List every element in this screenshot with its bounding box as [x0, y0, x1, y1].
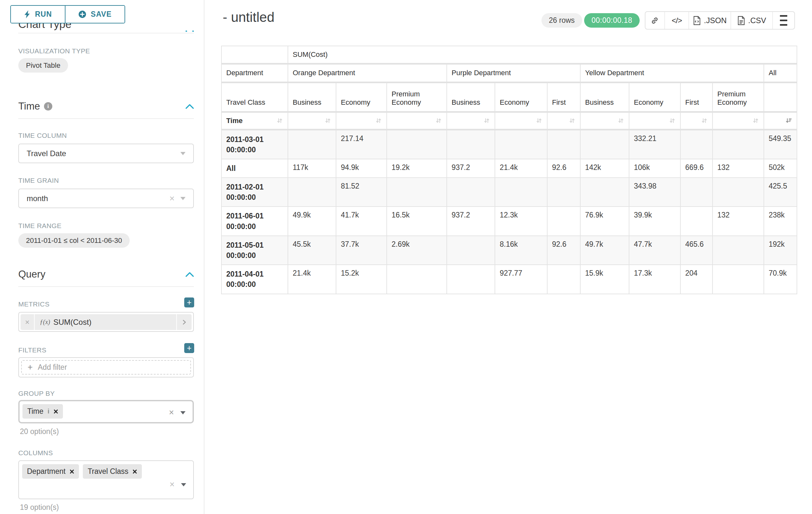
control-panel: Chart Type RUN SAVE VISUALIZATION TYPE P…: [0, 0, 204, 514]
more-options-button[interactable]: [773, 12, 794, 29]
chevron-down-icon: [180, 152, 185, 155]
columns-select[interactable]: Department Travel Class ×: [18, 460, 194, 499]
time-range-pill[interactable]: 2011-01-01 ≤ col < 2011-06-30: [18, 233, 130, 248]
view-query-button[interactable]: </>: [665, 12, 689, 29]
metric-name: SUM(Cost): [53, 318, 91, 327]
col-header: Business: [447, 82, 495, 112]
pivot-cell: 117k: [288, 159, 336, 178]
hamburger-icon: [780, 15, 787, 17]
pivot-cell: [580, 178, 629, 207]
sort-header-cell[interactable]: [495, 112, 547, 130]
sort-header-cell[interactable]: [336, 112, 387, 130]
pivot-row-header: All: [222, 159, 288, 178]
clear-icon[interactable]: ×: [170, 194, 175, 203]
pivot-cell: 94.9k: [336, 159, 387, 178]
pivot-cell: 937.2: [447, 159, 495, 178]
pivot-cell: 47.7k: [629, 236, 680, 265]
pivot-cell: 8.16k: [495, 236, 547, 265]
sort-header-cell[interactable]: [629, 112, 680, 130]
run-button[interactable]: RUN: [11, 6, 65, 23]
pivot-cell: 12.3k: [495, 207, 547, 236]
columns-tag-department[interactable]: Department: [22, 464, 79, 479]
pivot-cell: [547, 207, 580, 236]
table-row: 2011-04-01 00:00:00 21.4k 15.2k 927.77 1…: [222, 265, 797, 294]
table-row: 2011-02-01 00:00:00 81.52 343.98 425.5: [222, 178, 797, 207]
pivot-cell: [495, 130, 547, 159]
pivot-cell: [580, 130, 629, 159]
col-header: Premium Economy: [713, 82, 764, 112]
export-toolbar: </> .JSON .CSV: [645, 11, 795, 30]
export-csv-button[interactable]: .CSV: [731, 12, 773, 29]
pivot-cell: [713, 130, 764, 159]
sort-header-cell[interactable]: [713, 112, 764, 130]
column-info-icon: i: [48, 408, 50, 415]
pivot-cell: 106k: [629, 159, 680, 178]
pivot-cell: [447, 130, 495, 159]
clipped-chevron-dot: [192, 30, 194, 32]
pivot-row-header: 2011-02-01 00:00:00: [222, 178, 288, 207]
sort-header-time[interactable]: Time: [222, 112, 288, 130]
sort-header-cell[interactable]: [680, 112, 713, 130]
pivot-cell: 192k: [764, 236, 797, 265]
sort-icon: [276, 117, 283, 124]
filters-label: FILTERS: [18, 346, 47, 354]
pivot-cell: 217.14: [336, 130, 387, 159]
sort-header-cell-active[interactable]: [764, 112, 797, 130]
pivot-cell: 425.5: [764, 178, 797, 207]
col-header: Economy: [336, 82, 387, 112]
clear-all-icon[interactable]: ×: [170, 480, 175, 489]
pivot-cell: 19.2k: [387, 159, 447, 178]
time-column-select[interactable]: Travel Date: [18, 143, 194, 163]
department-dimension-header: Department: [222, 63, 288, 82]
add-filter-button[interactable]: + Add filter: [21, 360, 191, 375]
sort-header-cell[interactable]: [580, 112, 629, 130]
plus-circle-icon: [78, 10, 86, 18]
sort-header-cell[interactable]: [547, 112, 580, 130]
sort-icon: [483, 117, 490, 124]
pivot-cell: 15.9k: [580, 265, 629, 294]
pivot-cell: 37.7k: [336, 236, 387, 265]
chevron-down-icon[interactable]: [180, 411, 185, 414]
sort-header-cell[interactable]: [387, 112, 447, 130]
pivot-cell: 332.21: [629, 130, 680, 159]
pivot-cell: [547, 265, 580, 294]
pivot-cell: [288, 130, 336, 159]
remove-tag-icon[interactable]: [133, 469, 137, 474]
pivot-cell: 238k: [764, 207, 797, 236]
metrics-control: × ƒ(x) SUM(Cost): [18, 312, 194, 332]
group-by-tag-time[interactable]: Time i: [23, 404, 63, 418]
group-by-select[interactable]: Time i ×: [18, 400, 194, 424]
remove-tag-icon[interactable]: [54, 409, 58, 414]
save-button[interactable]: SAVE: [65, 6, 124, 23]
chevron-down-icon[interactable]: [181, 483, 186, 486]
metric-pill[interactable]: × ƒ(x) SUM(Cost): [21, 314, 192, 330]
remove-tag-icon[interactable]: [70, 469, 74, 474]
columns-tag-travel-class[interactable]: Travel Class: [83, 464, 142, 479]
pivot-row-header: 2011-06-01 00:00:00: [222, 207, 288, 236]
share-link-button[interactable]: [645, 12, 665, 29]
add-metric-button[interactable]: +: [184, 297, 194, 307]
add-filter-plus-button[interactable]: +: [184, 343, 194, 353]
chevron-up-icon[interactable]: [185, 272, 194, 277]
chart-title[interactable]: - untitled: [223, 10, 274, 25]
visualization-type-pill[interactable]: Pivot Table: [18, 58, 68, 73]
pivot-cell: 465.6: [680, 236, 713, 265]
col-group-purple: Purple Department: [447, 63, 580, 82]
col-header: Economy: [629, 82, 680, 112]
time-grain-select[interactable]: month ×: [18, 189, 194, 208]
table-row: 2011-06-01 00:00:00 49.9k 41.7k 16.5k 93…: [222, 207, 797, 236]
columns-options-hint: 19 option(s): [20, 503, 59, 512]
remove-metric-icon[interactable]: ×: [21, 314, 35, 330]
sort-header-cell[interactable]: [447, 112, 495, 130]
col-header: Economy: [495, 82, 547, 112]
export-json-button[interactable]: .JSON: [689, 12, 731, 29]
sort-header-cell[interactable]: [288, 112, 336, 130]
run-save-button-group: RUN SAVE: [10, 5, 125, 23]
chevron-up-icon[interactable]: [185, 104, 194, 109]
group-by-options-hint: 20 option(s): [20, 427, 59, 436]
clear-all-icon[interactable]: ×: [169, 408, 174, 417]
col-group-yellow: Yellow Department: [580, 63, 764, 82]
pivot-cell: 92.6: [547, 159, 580, 178]
pivot-cell: 39.9k: [629, 207, 680, 236]
expand-metric-icon[interactable]: [176, 314, 192, 330]
